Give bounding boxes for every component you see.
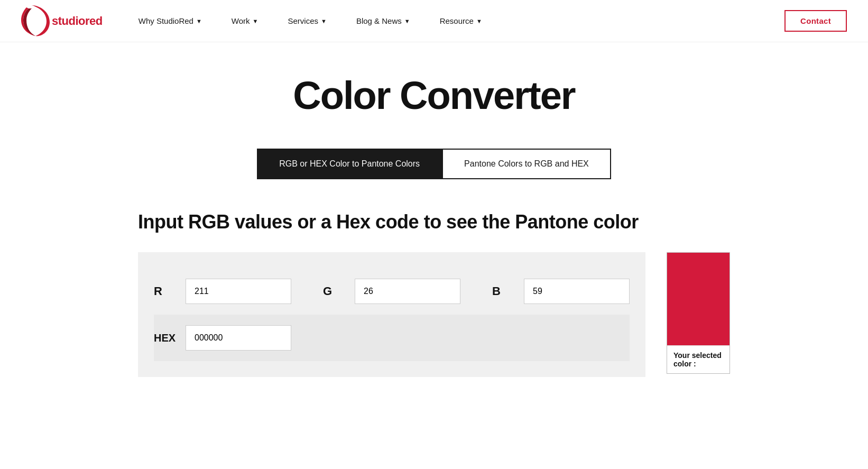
nav-item-blog-news[interactable]: Blog & News ▼ xyxy=(341,0,425,42)
form-side: R G B HEX xyxy=(138,252,645,377)
rgb-row: R G B xyxy=(154,268,630,315)
chevron-down-icon: ▼ xyxy=(321,18,327,24)
header: studiored Why StudioRed ▼ Work ▼ Service… xyxy=(0,0,868,42)
r-label: R xyxy=(154,284,186,298)
nav-item-resource[interactable]: Resource ▼ xyxy=(425,0,497,42)
hex-row: HEX xyxy=(154,315,630,361)
nav-item-services[interactable]: Services ▼ xyxy=(273,0,341,42)
tab-rgb-to-pantone[interactable]: RGB or HEX Color to Pantone Colors xyxy=(257,149,442,179)
tab-row: RGB or HEX Color to Pantone Colors Panto… xyxy=(138,149,730,179)
hex-input[interactable] xyxy=(186,325,291,351)
nav-item-why-studiored[interactable]: Why StudioRed ▼ xyxy=(124,0,217,42)
b-label: B xyxy=(492,284,524,298)
color-preview-panel: Your selected color : xyxy=(667,252,730,374)
main-nav: Why StudioRed ▼ Work ▼ Services ▼ Blog &… xyxy=(124,0,784,42)
page-title: Color Converter xyxy=(138,74,730,117)
contact-button[interactable]: Contact xyxy=(784,10,847,32)
logo[interactable]: studiored xyxy=(21,5,103,37)
hex-label: HEX xyxy=(154,332,186,344)
g-label: G xyxy=(323,284,355,298)
logo-icon xyxy=(21,5,50,37)
nav-item-work[interactable]: Work ▼ xyxy=(217,0,273,42)
chevron-down-icon: ▼ xyxy=(253,18,258,24)
g-input[interactable] xyxy=(355,279,460,304)
b-input[interactable] xyxy=(524,279,630,304)
chevron-down-icon: ▼ xyxy=(476,18,482,24)
chevron-down-icon: ▼ xyxy=(404,18,410,24)
section-heading: Input RGB values or a Hex code to see th… xyxy=(138,211,730,233)
selected-color-label: Your selected color : xyxy=(667,345,730,373)
color-swatch xyxy=(667,253,730,345)
input-area: R G B HEX xyxy=(138,252,645,377)
chevron-down-icon: ▼ xyxy=(196,18,202,24)
r-input[interactable] xyxy=(186,279,291,304)
tab-pantone-to-rgb[interactable]: Pantone Colors to RGB and HEX xyxy=(442,149,611,179)
form-and-preview: R G B HEX Your selected color : xyxy=(138,252,730,377)
main-content: Color Converter RGB or HEX Color to Pant… xyxy=(117,42,751,419)
logo-text: studiored xyxy=(52,14,103,28)
